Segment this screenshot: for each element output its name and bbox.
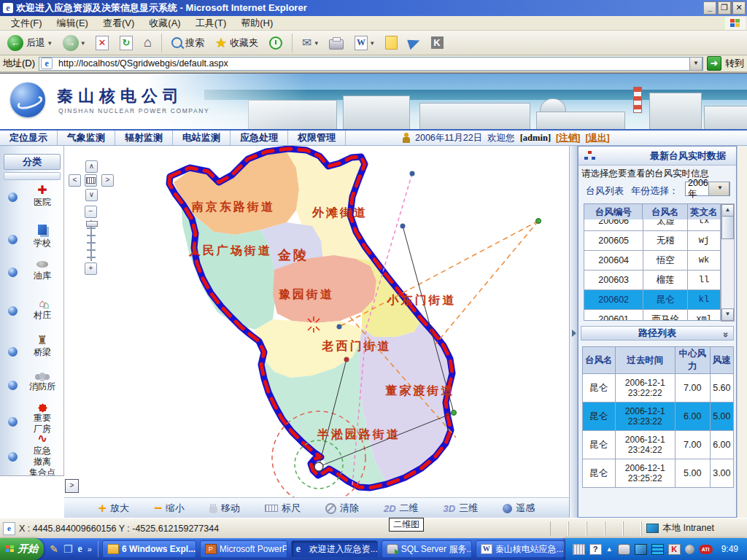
scroll-up-button[interactable]: ▲ (721, 204, 734, 217)
quicklaunch-overflow-chevron[interactable]: » (88, 543, 92, 555)
refresh-button[interactable]: ↻ (117, 34, 136, 52)
quicklaunch-ie-icon[interactable]: e (78, 543, 82, 555)
clear-tool[interactable]: 清除 (325, 502, 359, 515)
task-powerpoint[interactable]: P Microsoft PowerP... (200, 540, 287, 558)
menu-help[interactable]: 帮助(H) (234, 16, 279, 31)
table-row[interactable]: 200606 太虚 tx (584, 219, 721, 231)
remote-sensing-tool[interactable]: 遥感 (503, 502, 535, 515)
search-button[interactable]: 搜索 (169, 35, 207, 51)
map-viewport[interactable]: 南京东路街道 外滩街道 人民广场街道 金陵 豫园街道 小东门街道 老西门街道 董… (64, 146, 569, 518)
forward-button[interactable]: →▾ (60, 34, 88, 52)
menu-file[interactable]: 文件(F) (4, 16, 49, 31)
back-button[interactable]: ← 后退▾ (4, 34, 55, 52)
year-select[interactable]: 2006年 ▼ (685, 182, 730, 196)
restore-button[interactable]: ❐ (718, 1, 731, 15)
exit-link[interactable]: [退出] (585, 132, 609, 144)
menu-favorites[interactable]: 收藏(A) (142, 16, 187, 31)
snagit-button[interactable] (406, 36, 423, 50)
zoom-in-bottom-button[interactable]: + (85, 262, 97, 275)
toggle-fire-station[interactable] (8, 381, 18, 390)
toggle-village[interactable] (8, 306, 18, 316)
task-ie-emergency-system[interactable]: e 欢迎进入应急资... (291, 540, 378, 558)
expand-panel-button[interactable]: > (65, 479, 79, 493)
edit-word-button[interactable]: W▾ (352, 34, 377, 52)
table-row-selected[interactable]: 昆仑 2006-12-123:23:22 6.00 5.00 (583, 402, 734, 431)
pan-left-button[interactable]: < (69, 174, 81, 187)
tab-permissions[interactable]: 权限管理 (288, 131, 346, 145)
menu-edit[interactable]: 编辑(E) (50, 16, 95, 31)
address-input[interactable]: e http://localhost/QSgridwebgis/default.… (39, 57, 703, 71)
pan-right-button[interactable]: > (101, 174, 114, 187)
pan-up-button[interactable]: ∧ (85, 160, 98, 173)
scroll-thumb[interactable] (721, 216, 734, 239)
table-row[interactable]: 昆仑 2006-12-123:24:22 7.00 6.00 (583, 431, 734, 459)
toggle-hospital[interactable] (8, 192, 18, 202)
sidebar-item-school[interactable]: 学校 (23, 225, 61, 249)
sidebar-item-hospital[interactable]: ✚ 医院 (23, 184, 61, 208)
view-2d-tool[interactable]: 2D二维 (384, 502, 419, 515)
scroll-down-button[interactable]: ▼ (721, 308, 734, 321)
print-button[interactable] (326, 35, 347, 51)
start-button[interactable]: 开始 (0, 538, 44, 560)
table-row-selected[interactable]: 200602昆仑kl (584, 290, 721, 310)
tray-grid-icon[interactable] (651, 544, 664, 555)
district-map[interactable] (64, 146, 569, 497)
toggle-bridge[interactable] (8, 347, 18, 357)
collapse-chevron-icon[interactable]: » (719, 332, 732, 335)
taskbar-clock[interactable]: 9:49 (717, 544, 743, 554)
task-word-document[interactable]: W 秦山核电站应急... (476, 540, 565, 558)
tab-station[interactable]: 电站监测 (173, 131, 231, 145)
quicklaunch-window-icon[interactable]: ❒ (63, 543, 73, 555)
keyboard-layout-icon[interactable] (573, 544, 585, 555)
tray-collapse-chevron[interactable]: ▲ (606, 545, 614, 553)
zoom-out-tool[interactable]: −缩小 (154, 502, 185, 515)
minimize-button[interactable]: _ (703, 1, 716, 15)
sidebar-item-village[interactable]: ⌂ 村庄 (23, 297, 61, 321)
table-row[interactable]: 200604悟空wk (584, 251, 721, 271)
sidebar-item-evac-point[interactable]: ∿ 应急 撤离 集合点 (23, 432, 61, 478)
typhoon-table-scrollbar[interactable]: ▲ ▼ (721, 203, 735, 322)
task-sql-server[interactable]: SQL Server 服务... (382, 540, 472, 558)
zoom-out-top-button[interactable]: − (85, 206, 97, 218)
history-button[interactable] (266, 35, 285, 51)
tray-ati-icon[interactable]: ATI (699, 545, 713, 554)
discuss-button[interactable] (382, 34, 400, 51)
table-row[interactable]: 昆仑 2006-12-123:25:22 5.00 3.00 (583, 459, 734, 488)
go-label[interactable]: 转到 (725, 57, 744, 70)
menu-tools[interactable]: 工具(T) (189, 16, 233, 31)
table-row[interactable]: 200605无稽wj (584, 231, 721, 251)
table-row[interactable]: 昆仑 2006-12-123:22:22 7.00 5.60 (583, 374, 734, 402)
kaspersky-button[interactable]: K (428, 35, 446, 50)
mail-button[interactable]: ✉▾ (299, 34, 321, 51)
help-tray-icon[interactable]: ? (589, 544, 602, 555)
zoom-slider-handle[interactable] (86, 221, 98, 227)
tray-round-icon[interactable] (685, 545, 694, 554)
pan-center-button[interactable] (85, 174, 97, 187)
pan-down-button[interactable]: ∨ (85, 189, 98, 201)
panel-splitter[interactable] (569, 146, 578, 518)
sidebar-item-oil-depot[interactable]: 油库 (23, 257, 61, 281)
view-3d-tool[interactable]: 3D三维 (444, 502, 479, 515)
toggle-key-plant[interactable] (8, 417, 18, 427)
home-button[interactable]: ⌂ (141, 34, 155, 52)
quicklaunch-pen-icon[interactable]: ✎ (50, 543, 58, 555)
tray-kaspersky-icon[interactable]: K (668, 544, 681, 555)
tab-weather[interactable]: 气象监测 (58, 131, 115, 145)
tab-locate[interactable]: 定位显示 (0, 131, 58, 145)
favorites-button[interactable]: ★ 收藏夹 (212, 34, 261, 52)
pan-tool[interactable]: 移动 (209, 502, 240, 515)
year-dropdown-icon[interactable]: ▼ (708, 182, 729, 196)
ruler-tool[interactable]: 标尺 (265, 502, 301, 515)
tray-sql-icon[interactable] (618, 544, 630, 555)
toggle-school[interactable] (8, 235, 18, 244)
toggle-oil-depot[interactable] (8, 268, 18, 277)
tab-emergency[interactable]: 应急处理 (231, 131, 288, 145)
go-button[interactable]: ➜ (707, 56, 721, 71)
sidebar-item-fire-station[interactable]: 消防所 (23, 368, 61, 392)
table-row[interactable]: 200601西马伦xml (584, 310, 721, 322)
close-button[interactable]: ✕ (732, 1, 746, 15)
stop-button[interactable]: ✕ (93, 34, 112, 52)
sidebar-item-key-plant[interactable]: 重要 厂房 (23, 400, 61, 435)
tab-radiation[interactable]: 辐射监测 (115, 131, 173, 145)
table-row[interactable]: 200603榴莲ll (584, 271, 721, 290)
